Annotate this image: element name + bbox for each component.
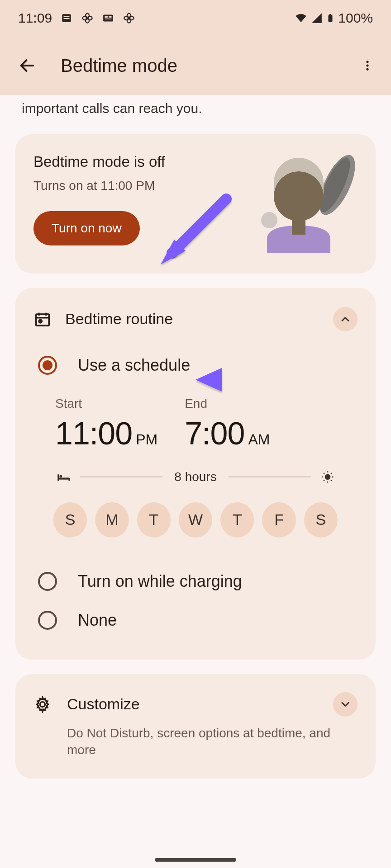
status-title: Bedtime mode is off — [33, 153, 240, 170]
back-button[interactable] — [13, 51, 42, 80]
gear-icon — [33, 695, 52, 713]
pinwheel-icon-2 — [123, 12, 135, 24]
bed-icon — [55, 469, 72, 485]
status-right-icons: 100% — [295, 10, 373, 26]
svg-point-10 — [366, 61, 368, 63]
svg-rect-2 — [64, 18, 70, 19]
routine-title: Bedtime routine — [65, 310, 319, 328]
svg-rect-6 — [109, 16, 112, 17]
customize-subtitle: Do Not Disturb, screen options at bedtim… — [67, 725, 358, 759]
day-sat[interactable]: S — [304, 502, 338, 538]
svg-point-19 — [39, 320, 42, 322]
battery-percent: 100% — [338, 10, 373, 26]
radio-charging-label: Turn on while charging — [78, 572, 242, 591]
sun-icon — [319, 469, 336, 485]
intro-description: important calls can reach you. — [15, 95, 376, 134]
radio-charging[interactable] — [38, 572, 57, 591]
svg-rect-4 — [105, 16, 108, 18]
customize-card[interactable]: Customize Do Not Disturb, screen options… — [15, 674, 376, 779]
svg-point-20 — [60, 475, 62, 477]
radio-schedule-selected[interactable] — [38, 356, 57, 375]
svg-rect-9 — [329, 14, 332, 15]
bedtime-routine-card: Bedtime routine Use a schedule Start 11:… — [15, 288, 376, 660]
signal-icon — [311, 12, 323, 24]
battery-icon — [326, 11, 334, 25]
end-ampm: AM — [248, 431, 270, 448]
day-tue[interactable]: T — [137, 502, 171, 538]
day-wed[interactable]: W — [179, 502, 212, 538]
nav-gesture-bar[interactable] — [155, 858, 236, 862]
customize-title: Customize — [67, 695, 318, 713]
day-sun[interactable]: S — [53, 502, 87, 538]
svg-point-22 — [40, 702, 45, 707]
svg-rect-7 — [109, 17, 112, 18]
end-time-picker[interactable]: End 7:00 AM — [185, 396, 270, 452]
day-mon[interactable]: M — [95, 502, 129, 538]
bedtime-illustration — [249, 153, 358, 253]
duration-text: 8 hours — [171, 470, 220, 484]
radio-none[interactable] — [38, 611, 57, 630]
start-time-picker[interactable]: Start 11:00 PM — [55, 396, 157, 452]
svg-rect-1 — [64, 16, 70, 17]
svg-point-12 — [366, 68, 368, 71]
svg-point-17 — [274, 171, 324, 221]
svg-point-11 — [366, 64, 368, 66]
radio-none-label: None — [78, 611, 117, 630]
pinwheel-icon — [81, 12, 94, 24]
option-use-schedule[interactable]: Use a schedule — [33, 352, 358, 378]
clock-time: 11:09 — [18, 10, 52, 26]
calendar-icon — [33, 310, 52, 328]
day-fri[interactable]: F — [262, 502, 296, 538]
routine-section-header[interactable]: Bedtime routine — [33, 307, 358, 331]
svg-rect-5 — [105, 19, 111, 19]
end-label: End — [185, 396, 270, 411]
app-bar: Bedtime mode — [0, 36, 391, 95]
svg-point-15 — [261, 212, 277, 228]
start-label: Start — [55, 396, 157, 411]
page-title: Bedtime mode — [61, 56, 357, 76]
turn-on-now-button[interactable]: Turn on now — [33, 211, 140, 245]
svg-rect-8 — [329, 15, 333, 22]
end-time-value: 7:00 — [185, 415, 244, 452]
wifi-icon — [295, 12, 307, 24]
day-thu[interactable]: T — [220, 502, 254, 538]
start-ampm: PM — [136, 431, 157, 448]
svg-point-21 — [325, 475, 330, 479]
messages-notif-icon — [60, 12, 73, 24]
radio-schedule-label: Use a schedule — [78, 356, 190, 375]
collapse-routine-button[interactable] — [333, 307, 358, 331]
duration-indicator: 8 hours — [33, 452, 358, 499]
status-subtitle: Turns on at 11:00 PM — [33, 179, 240, 193]
svg-rect-18 — [36, 314, 49, 325]
option-none[interactable]: None — [33, 607, 358, 633]
status-bar: 11:09 100% — [0, 0, 391, 36]
bedtime-status-card: Bedtime mode is off Turns on at 11:00 PM… — [15, 134, 376, 274]
overflow-menu-button[interactable] — [357, 55, 378, 76]
days-of-week: S M T W T F S — [33, 499, 358, 556]
news-notif-icon — [102, 12, 114, 24]
expand-customize-button[interactable] — [333, 692, 358, 717]
option-while-charging[interactable]: Turn on while charging — [33, 568, 358, 594]
start-time-value: 11:00 — [55, 415, 132, 452]
